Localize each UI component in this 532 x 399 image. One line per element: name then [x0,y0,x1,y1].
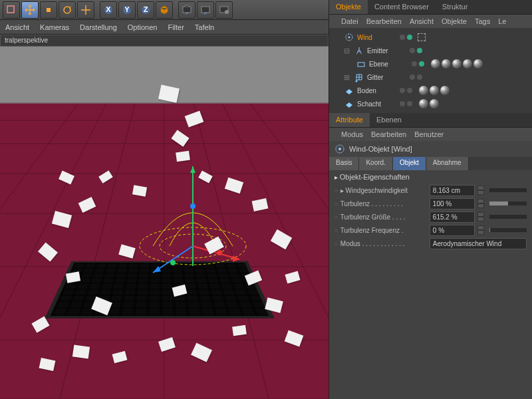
viewport-3d[interactable] [0,47,329,399]
tool-cursor[interactable] [3,1,20,19]
attribute-header: Wind-Objekt [Wind] [329,141,532,157]
property-dropdown[interactable]: Aerodynamischer Wind [430,238,527,249]
property-slider[interactable] [489,201,527,205]
expand-icon[interactable]: ⊟ [344,47,350,55]
spinner[interactable] [477,212,484,221]
objmenu-objekte[interactable]: Objekte [442,17,467,25]
visibility-dot[interactable] [407,88,412,93]
render-button-3[interactable] [215,1,233,19]
visibility-dot[interactable] [410,74,415,80]
property-slider[interactable] [489,188,527,192]
material-tag[interactable] [463,59,472,68]
tab-struktur[interactable]: Struktur [436,0,475,14]
tool-move[interactable] [21,1,39,19]
material-tag[interactable] [473,59,483,68]
material-tag[interactable] [419,86,428,95]
svg-point-46 [338,148,341,150]
objmenu-bearbeiten[interactable]: Bearbeiten [366,17,402,25]
tree-row-schacht[interactable]: Schacht [329,97,532,110]
subtab-objekt[interactable]: Objekt [393,157,426,170]
visibility-dot[interactable] [412,61,417,66]
tool-move2[interactable] [77,1,94,19]
tab-attribute[interactable]: Attribute [329,113,370,127]
tree-item-label[interactable]: Emitter [367,47,404,55]
attrmenu-benutzer[interactable]: Benutzer [414,130,444,138]
vpmenu-tafeln[interactable]: Tafeln [195,23,214,31]
render-button-2[interactable] [197,1,214,19]
render-button-1[interactable] [178,1,196,19]
visibility-dot[interactable] [407,35,412,40]
material-tag[interactable] [430,99,439,108]
gitter-icon [354,72,364,82]
tree-row-wind[interactable]: Wind [329,31,532,44]
tree-row-ebene[interactable]: Ebene [329,57,532,70]
emitter-icon [354,45,364,56]
material-tag[interactable] [452,59,462,68]
visibility-dot[interactable] [400,35,405,40]
property-value[interactable]: 8.163 cm [430,185,475,196]
property-slider[interactable] [489,215,527,219]
vpmenu-ansicht[interactable]: Ansicht [5,23,29,31]
vpmenu-filter[interactable]: Filter [168,23,184,31]
tree-item-label[interactable]: Gitter [367,74,404,81]
visibility-dot[interactable] [400,101,405,106]
spinner[interactable] [477,186,484,195]
vpmenu-kameras[interactable]: Kameras [40,23,69,31]
svg-rect-0 [7,6,14,13]
spinner[interactable] [477,199,484,208]
objmenu-le[interactable]: Le [498,17,506,25]
property-value[interactable]: 615.2 % [430,211,475,223]
visibility-dot[interactable] [410,48,415,53]
tab-ebenen[interactable]: Ebenen [370,113,408,127]
visibility-dot[interactable] [407,101,412,106]
tree-item-label[interactable]: Wind [357,34,394,41]
tree-row-emitter[interactable]: ⊟Emitter [329,44,532,57]
tree-item-label[interactable]: Ebene [369,61,406,68]
axis-z-button[interactable]: Z [137,1,154,19]
section-header[interactable]: ▸ Objekt-Eigenschaften [334,173,527,181]
objmenu-tags[interactable]: Tags [475,17,490,25]
svg-rect-9 [183,7,191,13]
visibility-dot[interactable] [400,88,405,93]
subtab-basis[interactable]: Basis [329,157,359,170]
attribute-menu: Modus Bearbeiten Benutzer [329,128,532,141]
tree-row-gitter[interactable]: ⊞Gitter [329,70,532,84]
property-slider[interactable] [489,228,527,232]
tool-rotate[interactable] [59,1,76,19]
svg-text:X: X [106,5,111,13]
svg-point-12 [225,10,229,14]
objmenu-ansicht[interactable]: Ansicht [410,17,434,25]
subtab-abnahme[interactable]: Abnahme [426,157,469,170]
tree-item-label[interactable]: Boden [357,87,394,94]
material-tag[interactable] [419,99,428,108]
objmenu-datei[interactable]: Datei [341,17,358,25]
spinner[interactable] [477,225,484,235]
property-value[interactable]: 100 % [430,198,475,209]
material-tag[interactable] [442,59,451,68]
vpmenu-darstellung[interactable]: Darstellung [80,23,117,31]
tag-icon[interactable] [418,33,426,41]
material-tag[interactable] [440,86,450,95]
tool-scale[interactable] [40,1,57,19]
property-value[interactable]: 0 % [430,225,475,236]
attrmenu-modus[interactable]: Modus [341,130,363,138]
tab-content-browser[interactable]: Content Browser [368,0,436,14]
material-tag[interactable] [431,59,440,68]
axis-y-button[interactable]: Y [118,1,136,19]
tree-row-boden[interactable]: Boden [329,84,532,97]
tree-item-label[interactable]: Schacht [357,100,394,108]
visibility-dot[interactable] [417,74,422,80]
attrmenu-bearbeiten[interactable]: Bearbeiten [371,130,406,138]
vpmenu-optionen[interactable]: Optionen [128,23,158,31]
visibility-dot[interactable] [417,48,422,53]
expand-icon[interactable]: ⊞ [344,73,350,82]
tab-objekte[interactable]: Objekte [329,0,368,14]
material-tag[interactable] [430,86,439,95]
property-row: ○▸ Windgeschwindigkeit8.163 cm [334,184,527,197]
visibility-dot[interactable] [419,61,424,66]
svg-point-42 [348,37,350,39]
subtab-koord[interactable]: Koord. [359,157,392,170]
cube-button[interactable] [156,1,173,19]
property-row: ○Turbulenz Größe . . . .615.2 % [334,210,527,223]
axis-x-button[interactable]: X [100,1,117,19]
